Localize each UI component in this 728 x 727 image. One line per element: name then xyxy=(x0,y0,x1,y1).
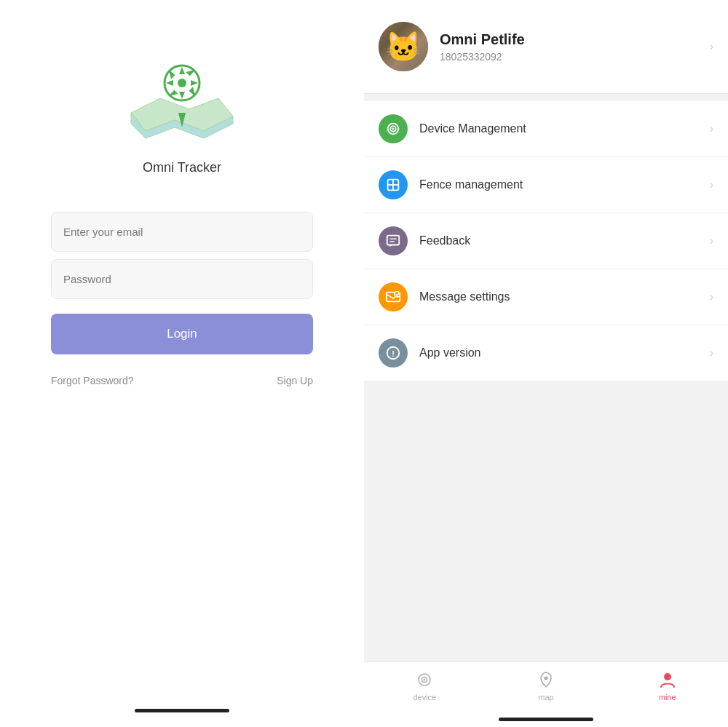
device-nav-label: device xyxy=(413,693,436,702)
message-settings-icon xyxy=(379,282,408,311)
profile-phone: 18025332092 xyxy=(440,51,698,63)
left-panel: Omni Tracker Login Forgot Password? Sign… xyxy=(0,0,364,727)
menu-item-device-management[interactable]: Device Management › xyxy=(364,101,728,157)
device-nav-icon xyxy=(414,670,435,690)
app-title: Omni Tracker xyxy=(143,160,221,175)
bottom-links: Forgot Password? Sign Up xyxy=(51,375,313,386)
mine-nav-icon xyxy=(657,670,678,690)
svg-point-22 xyxy=(664,673,671,680)
nav-item-mine[interactable]: mine xyxy=(606,670,728,702)
home-indicator-right xyxy=(499,718,593,721)
app-version-label: App version xyxy=(419,346,710,359)
login-form: Login Forgot Password? Sign Up xyxy=(51,212,313,386)
profile-chevron-icon: › xyxy=(710,40,713,53)
message-settings-chevron: › xyxy=(710,290,713,303)
nav-item-map[interactable]: map xyxy=(486,670,607,702)
right-panel: Omni Petlife 18025332092 › Device Manage… xyxy=(364,0,728,727)
home-indicator xyxy=(135,709,229,712)
menu-section: Device Management › Fence management › xyxy=(364,101,728,381)
feedback-chevron: › xyxy=(710,234,713,247)
menu-item-feedback[interactable]: Feedback › xyxy=(364,213,728,269)
nav-item-device[interactable]: device xyxy=(364,670,486,702)
profile-name: Omni Petlife xyxy=(440,31,698,48)
svg-point-7 xyxy=(392,128,395,130)
login-button[interactable]: Login xyxy=(51,314,313,354)
fence-management-label: Fence management xyxy=(419,178,710,191)
device-management-chevron: › xyxy=(710,122,713,135)
profile-info: Omni Petlife 18025332092 xyxy=(440,31,698,63)
app-version-icon: ! xyxy=(379,338,408,368)
svg-point-3 xyxy=(178,79,186,87)
menu-item-message-settings[interactable]: Message settings › xyxy=(364,269,728,325)
feedback-icon xyxy=(379,226,408,255)
device-management-icon xyxy=(379,114,408,143)
message-settings-label: Message settings xyxy=(419,290,710,303)
map-nav-icon xyxy=(536,670,556,690)
mine-nav-label: mine xyxy=(659,693,676,702)
map-nav-label: map xyxy=(538,693,553,702)
menu-item-fence-management[interactable]: Fence management › xyxy=(364,157,728,213)
password-input[interactable] xyxy=(51,259,313,299)
logo-container: Omni Tracker xyxy=(124,58,240,175)
avatar-image xyxy=(379,22,428,71)
profile-section[interactable]: Omni Petlife 18025332092 › xyxy=(364,0,728,93)
email-input[interactable] xyxy=(51,212,313,252)
forgot-password-link[interactable]: Forgot Password? xyxy=(51,375,134,386)
sign-up-link[interactable]: Sign Up xyxy=(277,375,313,386)
svg-point-21 xyxy=(545,677,548,680)
svg-point-20 xyxy=(424,679,425,680)
avatar xyxy=(379,22,428,71)
app-version-chevron: › xyxy=(710,346,713,359)
app-logo xyxy=(124,58,240,153)
svg-text:!: ! xyxy=(392,349,395,358)
feedback-label: Feedback xyxy=(419,234,710,247)
divider xyxy=(364,93,728,94)
menu-item-app-version[interactable]: ! App version › xyxy=(364,325,728,381)
device-management-label: Device Management xyxy=(419,122,710,135)
fence-management-chevron: › xyxy=(710,178,713,191)
svg-rect-11 xyxy=(387,236,400,245)
fence-management-icon xyxy=(379,170,408,199)
